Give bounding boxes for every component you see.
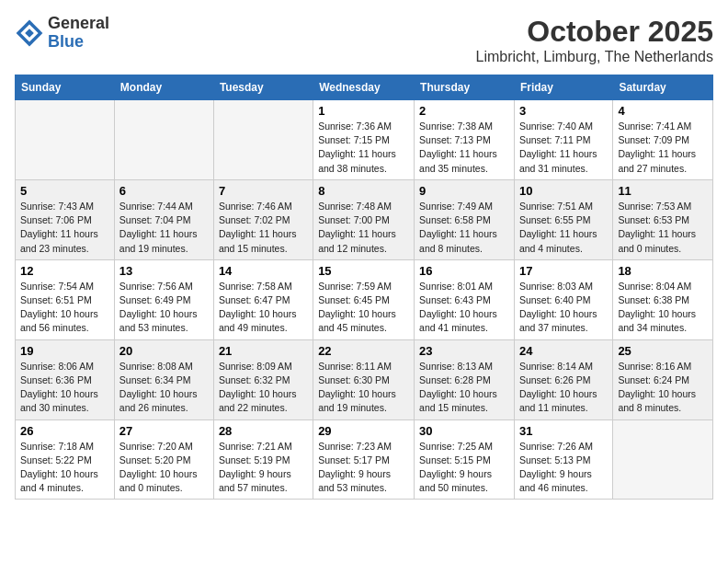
logo-general: General: [48, 15, 109, 33]
day-info: Sunrise: 8:08 AM Sunset: 6:34 PM Dayligh…: [119, 360, 209, 416]
day-info: Sunrise: 8:03 AM Sunset: 6:40 PM Dayligh…: [519, 280, 608, 336]
day-info: Sunrise: 7:51 AM Sunset: 6:55 PM Dayligh…: [519, 200, 608, 256]
calendar-day-cell: 3Sunrise: 7:40 AM Sunset: 7:11 PM Daylig…: [514, 100, 612, 180]
calendar-day-cell: 2Sunrise: 7:38 AM Sunset: 7:13 PM Daylig…: [415, 100, 515, 180]
day-info: Sunrise: 8:14 AM Sunset: 6:26 PM Dayligh…: [519, 360, 608, 416]
calendar-day-cell: 26Sunrise: 7:18 AM Sunset: 5:22 PM Dayli…: [16, 419, 115, 500]
calendar-week-row: 5Sunrise: 7:43 AM Sunset: 7:06 PM Daylig…: [16, 179, 713, 259]
calendar-week-row: 19Sunrise: 8:06 AM Sunset: 6:36 PM Dayli…: [16, 339, 713, 419]
day-number: 12: [20, 264, 109, 278]
day-info: Sunrise: 7:48 AM Sunset: 7:00 PM Dayligh…: [318, 200, 409, 256]
day-number: 16: [419, 264, 509, 278]
calendar-day-cell: 20Sunrise: 8:08 AM Sunset: 6:34 PM Dayli…: [114, 339, 213, 419]
day-header: Tuesday: [213, 75, 313, 100]
day-number: 11: [618, 184, 708, 198]
calendar-title: October 2025: [476, 15, 714, 49]
day-info: Sunrise: 7:49 AM Sunset: 6:58 PM Dayligh…: [419, 200, 509, 256]
day-info: Sunrise: 7:25 AM Sunset: 5:15 PM Dayligh…: [419, 440, 509, 496]
calendar-day-cell: 27Sunrise: 7:20 AM Sunset: 5:20 PM Dayli…: [114, 419, 213, 500]
calendar-week-row: 12Sunrise: 7:54 AM Sunset: 6:51 PM Dayli…: [16, 259, 713, 339]
day-info: Sunrise: 7:38 AM Sunset: 7:13 PM Dayligh…: [419, 120, 509, 176]
day-number: 21: [219, 344, 308, 358]
calendar-day-cell: 24Sunrise: 8:14 AM Sunset: 6:26 PM Dayli…: [514, 339, 612, 419]
calendar-day-cell: 19Sunrise: 8:06 AM Sunset: 6:36 PM Dayli…: [16, 339, 115, 419]
day-number: 20: [119, 344, 209, 358]
calendar-subtitle: Limbricht, Limburg, The Netherlands: [476, 49, 714, 65]
day-number: 19: [20, 344, 109, 358]
day-info: Sunrise: 7:44 AM Sunset: 7:04 PM Dayligh…: [119, 200, 209, 256]
day-number: 2: [419, 104, 509, 118]
calendar-day-cell: 28Sunrise: 7:21 AM Sunset: 5:19 PM Dayli…: [213, 419, 313, 500]
day-number: 7: [219, 184, 308, 198]
calendar-day-cell: 17Sunrise: 8:03 AM Sunset: 6:40 PM Dayli…: [514, 259, 612, 339]
calendar-day-cell: 30Sunrise: 7:25 AM Sunset: 5:15 PM Dayli…: [415, 419, 515, 500]
calendar-day-cell: 31Sunrise: 7:26 AM Sunset: 5:13 PM Dayli…: [514, 419, 612, 500]
day-info: Sunrise: 8:16 AM Sunset: 6:24 PM Dayligh…: [618, 360, 708, 416]
day-info: Sunrise: 7:26 AM Sunset: 5:13 PM Dayligh…: [519, 440, 608, 496]
days-header-row: SundayMondayTuesdayWednesdayThursdayFrid…: [16, 75, 713, 100]
day-info: Sunrise: 7:56 AM Sunset: 6:49 PM Dayligh…: [119, 280, 209, 336]
day-number: 27: [119, 424, 209, 438]
calendar-day-cell: 16Sunrise: 8:01 AM Sunset: 6:43 PM Dayli…: [415, 259, 515, 339]
day-number: 24: [519, 344, 608, 358]
day-info: Sunrise: 7:41 AM Sunset: 7:09 PM Dayligh…: [618, 120, 708, 176]
calendar-week-row: 1Sunrise: 7:36 AM Sunset: 7:15 PM Daylig…: [16, 100, 713, 180]
day-info: Sunrise: 7:59 AM Sunset: 6:45 PM Dayligh…: [318, 280, 409, 336]
day-info: Sunrise: 8:11 AM Sunset: 6:30 PM Dayligh…: [318, 360, 409, 416]
logo: General Blue: [15, 15, 109, 52]
day-header: Monday: [114, 75, 213, 100]
calendar-day-cell: 5Sunrise: 7:43 AM Sunset: 7:06 PM Daylig…: [16, 179, 115, 259]
day-header: Saturday: [613, 75, 713, 100]
day-info: Sunrise: 7:20 AM Sunset: 5:20 PM Dayligh…: [119, 440, 209, 496]
calendar-day-cell: [16, 100, 115, 180]
day-header: Friday: [514, 75, 612, 100]
calendar-week-row: 26Sunrise: 7:18 AM Sunset: 5:22 PM Dayli…: [16, 419, 713, 500]
day-number: 22: [318, 344, 409, 358]
day-number: 29: [318, 424, 409, 438]
calendar-day-cell: 8Sunrise: 7:48 AM Sunset: 7:00 PM Daylig…: [313, 179, 415, 259]
calendar-day-cell: 25Sunrise: 8:16 AM Sunset: 6:24 PM Dayli…: [613, 339, 713, 419]
calendar-day-cell: 6Sunrise: 7:44 AM Sunset: 7:04 PM Daylig…: [114, 179, 213, 259]
day-number: 10: [519, 184, 608, 198]
logo-icon: [15, 18, 44, 48]
day-info: Sunrise: 7:21 AM Sunset: 5:19 PM Dayligh…: [219, 440, 308, 496]
day-number: 18: [618, 264, 708, 278]
calendar-day-cell: 7Sunrise: 7:46 AM Sunset: 7:02 PM Daylig…: [213, 179, 313, 259]
page-header: General Blue October 2025 Limbricht, Lim…: [15, 15, 713, 65]
day-number: 25: [618, 344, 708, 358]
day-number: 13: [119, 264, 209, 278]
day-info: Sunrise: 8:13 AM Sunset: 6:28 PM Dayligh…: [419, 360, 509, 416]
day-header: Wednesday: [313, 75, 415, 100]
day-info: Sunrise: 7:23 AM Sunset: 5:17 PM Dayligh…: [318, 440, 409, 496]
calendar-day-cell: 1Sunrise: 7:36 AM Sunset: 7:15 PM Daylig…: [313, 100, 415, 180]
day-number: 26: [20, 424, 109, 438]
calendar-day-cell: 14Sunrise: 7:58 AM Sunset: 6:47 PM Dayli…: [213, 259, 313, 339]
logo-blue: Blue: [48, 33, 109, 52]
day-header: Thursday: [415, 75, 515, 100]
day-info: Sunrise: 7:18 AM Sunset: 5:22 PM Dayligh…: [20, 440, 109, 496]
day-number: 4: [618, 104, 708, 118]
day-info: Sunrise: 8:04 AM Sunset: 6:38 PM Dayligh…: [618, 280, 708, 336]
day-info: Sunrise: 8:06 AM Sunset: 6:36 PM Dayligh…: [20, 360, 109, 416]
calendar-day-cell: 18Sunrise: 8:04 AM Sunset: 6:38 PM Dayli…: [613, 259, 713, 339]
calendar-day-cell: 9Sunrise: 7:49 AM Sunset: 6:58 PM Daylig…: [415, 179, 515, 259]
calendar-day-cell: [114, 100, 213, 180]
day-info: Sunrise: 7:40 AM Sunset: 7:11 PM Dayligh…: [519, 120, 608, 176]
calendar-day-cell: 11Sunrise: 7:53 AM Sunset: 6:53 PM Dayli…: [613, 179, 713, 259]
calendar-day-cell: [213, 100, 313, 180]
calendar-table: SundayMondayTuesdayWednesdayThursdayFrid…: [15, 75, 713, 500]
calendar-day-cell: 12Sunrise: 7:54 AM Sunset: 6:51 PM Dayli…: [16, 259, 115, 339]
day-info: Sunrise: 7:58 AM Sunset: 6:47 PM Dayligh…: [219, 280, 308, 336]
day-info: Sunrise: 7:53 AM Sunset: 6:53 PM Dayligh…: [618, 200, 708, 256]
day-number: 5: [20, 184, 109, 198]
day-number: 9: [419, 184, 509, 198]
calendar-day-cell: 10Sunrise: 7:51 AM Sunset: 6:55 PM Dayli…: [514, 179, 612, 259]
day-info: Sunrise: 7:36 AM Sunset: 7:15 PM Dayligh…: [318, 120, 409, 176]
calendar-day-cell: 13Sunrise: 7:56 AM Sunset: 6:49 PM Dayli…: [114, 259, 213, 339]
day-number: 15: [318, 264, 409, 278]
calendar-day-cell: [613, 419, 713, 500]
day-number: 1: [318, 104, 409, 118]
day-number: 8: [318, 184, 409, 198]
calendar-day-cell: 21Sunrise: 8:09 AM Sunset: 6:32 PM Dayli…: [213, 339, 313, 419]
day-info: Sunrise: 7:54 AM Sunset: 6:51 PM Dayligh…: [20, 280, 109, 336]
